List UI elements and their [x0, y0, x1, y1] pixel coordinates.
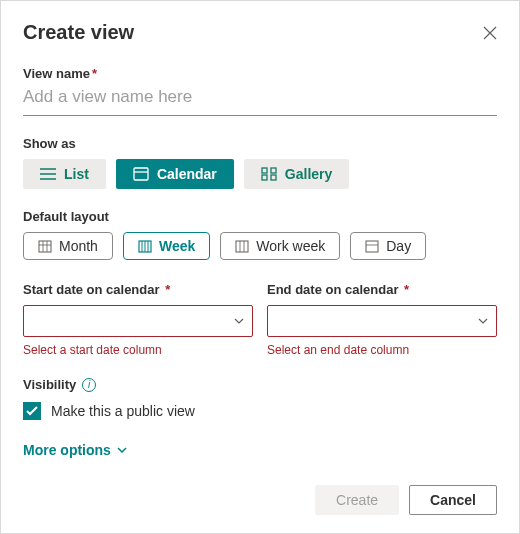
svg-rect-5	[39, 241, 51, 252]
required-star: *	[162, 282, 171, 297]
show-as-label: Show as	[23, 136, 497, 151]
dialog-header: Create view	[23, 21, 497, 44]
chevron-down-icon	[234, 318, 244, 324]
default-layout-label: Default layout	[23, 209, 497, 224]
layout-month[interactable]: Month	[23, 232, 113, 260]
dialog-footer: Create Cancel	[315, 485, 497, 515]
visibility-header: Visibility i	[23, 377, 497, 392]
start-date-col: Start date on calendar * Select a start …	[23, 282, 253, 357]
more-options-toggle[interactable]: More options	[23, 442, 497, 458]
dialog-title: Create view	[23, 21, 134, 44]
view-name-label-text: View name	[23, 66, 90, 81]
end-date-select[interactable]	[267, 305, 497, 337]
show-as-calendar[interactable]: Calendar	[116, 159, 234, 189]
show-as-gallery-label: Gallery	[285, 166, 332, 182]
start-date-error: Select a start date column	[23, 343, 253, 357]
show-as-list[interactable]: List	[23, 159, 106, 189]
layout-workweek[interactable]: Work week	[220, 232, 340, 260]
cancel-button[interactable]: Cancel	[409, 485, 497, 515]
end-date-label: End date on calendar *	[267, 282, 497, 297]
required-star: *	[92, 66, 97, 81]
date-fields: Start date on calendar * Select a start …	[23, 282, 497, 357]
calendar-icon	[133, 167, 149, 181]
public-view-row: Make this a public view	[23, 402, 497, 420]
layout-group: Month Week Work week Day	[23, 232, 497, 260]
workweek-icon	[235, 239, 249, 253]
layout-day-label: Day	[386, 238, 411, 254]
close-icon[interactable]	[483, 26, 497, 40]
create-view-dialog: Create view View name* Show as List Cale…	[0, 0, 520, 534]
layout-month-label: Month	[59, 238, 98, 254]
chevron-down-icon	[478, 318, 488, 324]
public-checkbox-label: Make this a public view	[51, 403, 195, 419]
create-button: Create	[315, 485, 399, 515]
svg-rect-0	[134, 168, 148, 180]
show-as-list-label: List	[64, 166, 89, 182]
svg-rect-8	[366, 241, 378, 252]
layout-workweek-label: Work week	[256, 238, 325, 254]
show-as-group: List Calendar Gallery	[23, 159, 497, 189]
view-name-input[interactable]	[23, 81, 497, 116]
required-star: *	[400, 282, 409, 297]
start-date-label-text: Start date on calendar	[23, 282, 160, 297]
end-date-error: Select an end date column	[267, 343, 497, 357]
chevron-down-icon	[117, 447, 127, 453]
gallery-icon	[261, 167, 277, 181]
show-as-gallery[interactable]: Gallery	[244, 159, 349, 189]
svg-rect-3	[262, 175, 267, 180]
day-icon	[365, 239, 379, 253]
layout-day[interactable]: Day	[350, 232, 426, 260]
start-date-select[interactable]	[23, 305, 253, 337]
end-date-label-text: End date on calendar	[267, 282, 398, 297]
svg-rect-7	[236, 241, 248, 252]
start-date-label: Start date on calendar *	[23, 282, 253, 297]
more-options-label: More options	[23, 442, 111, 458]
public-checkbox[interactable]	[23, 402, 41, 420]
info-icon[interactable]: i	[82, 378, 96, 392]
layout-week-label: Week	[159, 238, 195, 254]
show-as-calendar-label: Calendar	[157, 166, 217, 182]
view-name-label: View name*	[23, 66, 497, 81]
visibility-label: Visibility	[23, 377, 76, 392]
end-date-col: End date on calendar * Select an end dat…	[267, 282, 497, 357]
month-icon	[38, 239, 52, 253]
week-icon	[138, 239, 152, 253]
list-icon	[40, 167, 56, 181]
svg-rect-4	[271, 175, 276, 180]
svg-rect-1	[262, 168, 267, 173]
layout-week[interactable]: Week	[123, 232, 210, 260]
svg-rect-2	[271, 168, 276, 173]
